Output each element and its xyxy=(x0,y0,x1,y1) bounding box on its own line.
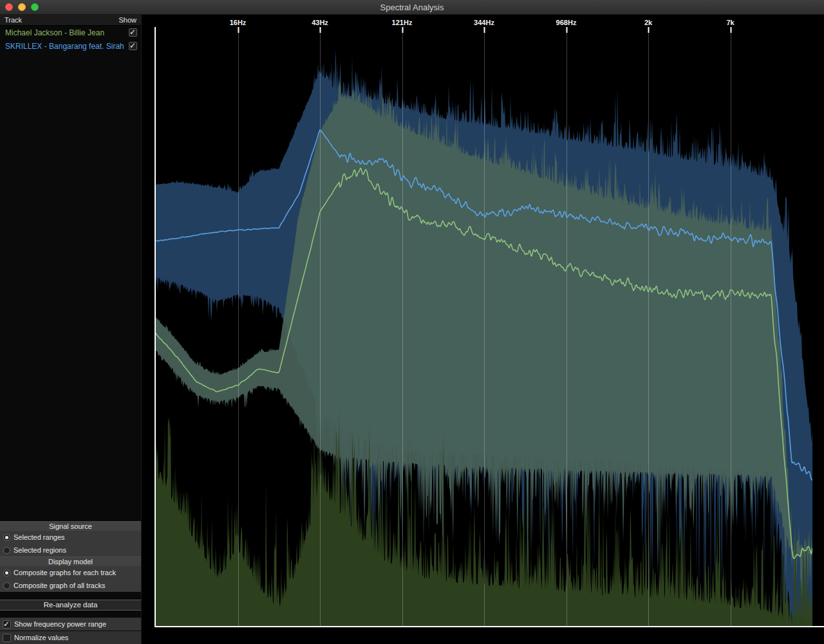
freq-tick-label: 7k xyxy=(726,19,734,26)
radio-icon[interactable] xyxy=(3,569,10,576)
freq-tick-label: 344Hz xyxy=(474,19,494,26)
spectral-analysis-window: Spectral Analysis Track Show Michael Jac… xyxy=(0,0,824,644)
radio-label: Selected ranges xyxy=(14,533,65,541)
freq-tick-label: 43Hz xyxy=(312,19,328,26)
radio-label: Composite graph of all tracks xyxy=(14,582,105,589)
freq-tick-label: 16Hz xyxy=(230,19,247,26)
track-list-sidebar: Track Show Michael Jackson - Billie Jean… xyxy=(0,15,142,644)
normalize-values-checkbox[interactable] xyxy=(3,634,11,642)
track-row-bangarang[interactable]: SKRILLEX - Bangarang feat. Sirah xyxy=(0,39,141,53)
toggle-label: Show frequency power range xyxy=(14,620,106,628)
track-list-header: Track Show xyxy=(0,15,141,26)
signal-source-header: Signal source xyxy=(0,521,141,531)
track-row-billie-jean[interactable]: Michael Jackson - Billie Jean xyxy=(0,26,141,39)
radio-row-selected-regions[interactable]: Selected regions xyxy=(0,544,141,557)
title-bar: Spectral Analysis xyxy=(0,0,824,15)
display-model-header: Display model xyxy=(0,557,141,566)
spectral-chart-panel: 16Hz 43Hz 121Hz 344Hz 968Hz 2k 7k xyxy=(142,15,824,644)
spectral-canvas xyxy=(156,27,812,626)
reanalyze-data-button[interactable]: Re-analyze data xyxy=(0,600,141,611)
freq-tick-label: 121Hz xyxy=(392,19,413,26)
radio-label: Selected regions xyxy=(14,546,66,554)
radio-icon[interactable] xyxy=(3,534,10,541)
freq-tick-label: 2k xyxy=(644,19,652,26)
plot-frame xyxy=(154,27,824,627)
track-show-checkbox[interactable] xyxy=(129,28,137,37)
radio-label: Composite graphs for each track xyxy=(14,569,116,576)
radio-row-selected-ranges[interactable]: Selected ranges xyxy=(0,531,141,544)
toggle-label: Normalize values xyxy=(14,634,68,641)
analysis-controls: Signal source Selected ranges Selected r… xyxy=(0,521,141,644)
radio-icon[interactable] xyxy=(3,547,10,554)
radio-row-composite-each-track[interactable]: Composite graphs for each track xyxy=(0,566,141,579)
radio-icon[interactable] xyxy=(3,582,10,589)
show-frequency-power-range-checkbox[interactable] xyxy=(3,620,11,629)
track-show-checkbox[interactable] xyxy=(129,42,137,50)
track-name: SKRILLEX - Bangarang feat. Sirah xyxy=(5,42,124,51)
track-column-header: Track xyxy=(5,16,22,24)
radio-row-composite-all-tracks[interactable]: Composite graph of all tracks xyxy=(0,579,141,592)
track-name: Michael Jackson - Billie Jean xyxy=(5,28,104,37)
show-column-header: Show xyxy=(118,16,136,24)
toggle-row-frequency-power-range[interactable]: Show frequency power range xyxy=(0,618,141,630)
freq-tick-label: 968Hz xyxy=(556,19,577,26)
toggle-row-normalize-values[interactable]: Normalize values xyxy=(0,631,141,644)
window-title: Spectral Analysis xyxy=(0,3,824,12)
